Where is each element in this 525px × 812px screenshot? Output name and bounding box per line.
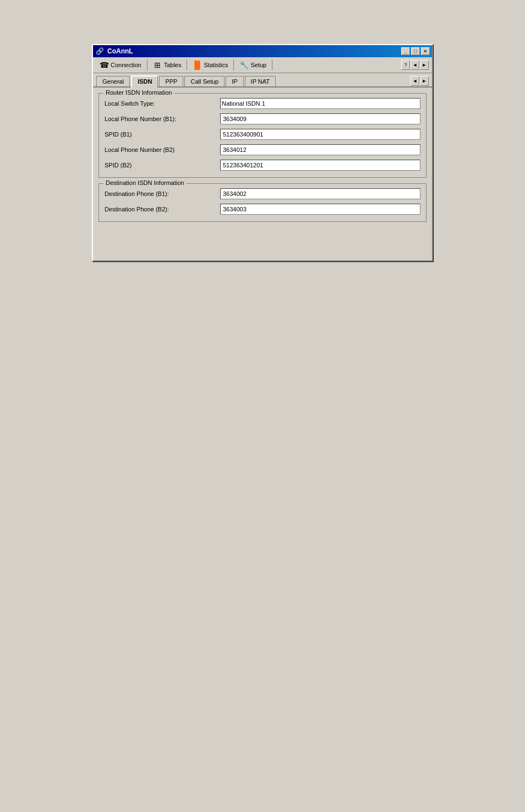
spid-b2-label: SPID (B2)	[105, 162, 215, 168]
router-isdn-fieldset: Router ISDN Information Local Switch Typ…	[99, 93, 426, 178]
local-phone-b2-label: Local Phone Number (B2)	[105, 146, 215, 153]
dest-phone-b1-row: Destination Phone (B1):	[105, 188, 420, 199]
spid-b2-row: SPID (B2)	[105, 160, 420, 171]
phone-icon: ☎	[100, 61, 108, 69]
local-switch-type-label: Local Switch Type:	[105, 100, 215, 107]
tab-ipnat[interactable]: IP NAT	[245, 76, 276, 86]
toolbar-help-icon[interactable]: ?	[401, 60, 410, 70]
content-area: Router ISDN Information Local Switch Typ…	[93, 88, 432, 260]
tab-nav-back[interactable]: ◄	[411, 76, 419, 86]
close-button[interactable]: ×	[421, 47, 430, 55]
toolbar-connection-label: Connection	[111, 62, 141, 68]
tab-general[interactable]: General	[96, 76, 130, 86]
tab-ppp[interactable]: PPP	[159, 76, 183, 86]
setup-icon: 🔧	[239, 61, 248, 69]
toolbar-nav: ? ◄ ►	[401, 60, 429, 70]
router-isdn-legend: Router ISDN Information	[103, 89, 174, 96]
stats-icon: ▐▌	[193, 61, 201, 69]
window-icon: 🔗	[95, 47, 104, 56]
bottom-space	[99, 227, 426, 255]
title-bar-left: 🔗 CoAnnL	[95, 47, 133, 56]
title-buttons: _ □ ×	[401, 47, 430, 55]
toolbar-nav-forward[interactable]: ►	[420, 60, 429, 70]
dest-phone-b1-input[interactable]	[220, 188, 420, 199]
local-phone-b1-row: Local Phone Number (B1):	[105, 113, 420, 124]
toolbar-tables[interactable]: ⊞ Tables	[150, 59, 185, 70]
dest-phone-b2-row: Destination Phone (B2):	[105, 204, 420, 215]
toolbar-sep-3	[233, 59, 234, 70]
main-window: 🔗 CoAnnL _ □ × ☎ Connection ⊞ Tables ▐▌ …	[92, 44, 433, 261]
toolbar-setup[interactable]: 🔧 Setup	[236, 59, 270, 70]
destination-isdn-fieldset: Destination ISDN Information Destination…	[99, 183, 426, 222]
toolbar-sep-1	[147, 59, 147, 70]
local-switch-type-select[interactable]: National ISDN 1 National ISDN 2 AT&T 5ES…	[220, 98, 420, 109]
local-phone-b1-input[interactable]	[220, 113, 420, 124]
toolbar-statistics-label: Statistics	[204, 62, 228, 68]
window-title: CoAnnL	[107, 47, 133, 55]
tab-callsetup[interactable]: Call Setup	[184, 76, 225, 86]
local-phone-b2-row: Local Phone Number (B2)	[105, 144, 420, 155]
local-switch-type-row: Local Switch Type: National ISDN 1 Natio…	[105, 98, 420, 109]
tab-isdn[interactable]: ISDN	[131, 75, 158, 88]
toolbar-setup-label: Setup	[250, 62, 266, 68]
toolbar-nav-back[interactable]: ◄	[411, 60, 419, 70]
maximize-button[interactable]: □	[411, 47, 420, 55]
spid-b1-input[interactable]	[220, 129, 420, 140]
toolbar-connection[interactable]: ☎ Connection	[96, 59, 145, 70]
tab-nav-forward[interactable]: ►	[420, 76, 429, 86]
toolbar-sep-4	[272, 59, 272, 70]
tabs: General ISDN PPP Call Setup IP IP NAT ◄ …	[93, 73, 432, 88]
toolbar-sep-2	[187, 59, 187, 70]
tab-ip[interactable]: IP	[226, 76, 243, 86]
toolbar-tables-label: Tables	[164, 62, 182, 68]
local-phone-b2-input[interactable]	[220, 144, 420, 155]
table-icon: ⊞	[153, 61, 162, 69]
spid-b1-label: SPID (B1)	[105, 131, 215, 138]
dest-phone-b2-input[interactable]	[220, 204, 420, 215]
local-switch-type-wrapper: National ISDN 1 National ISDN 2 AT&T 5ES…	[220, 98, 420, 109]
tab-nav: ◄ ►	[411, 76, 429, 86]
local-phone-b1-label: Local Phone Number (B1):	[105, 116, 215, 122]
spid-b1-row: SPID (B1)	[105, 129, 420, 140]
dest-phone-b2-label: Destination Phone (B2):	[105, 206, 215, 212]
destination-isdn-legend: Destination ISDN Information	[103, 179, 186, 186]
toolbar: ☎ Connection ⊞ Tables ▐▌ Statistics 🔧 Se…	[93, 57, 432, 73]
toolbar-statistics[interactable]: ▐▌ Statistics	[189, 59, 231, 70]
minimize-button[interactable]: _	[401, 47, 410, 55]
title-bar: 🔗 CoAnnL _ □ ×	[93, 45, 432, 57]
dest-phone-b1-label: Destination Phone (B1):	[105, 190, 215, 197]
spid-b2-input[interactable]	[220, 160, 420, 171]
